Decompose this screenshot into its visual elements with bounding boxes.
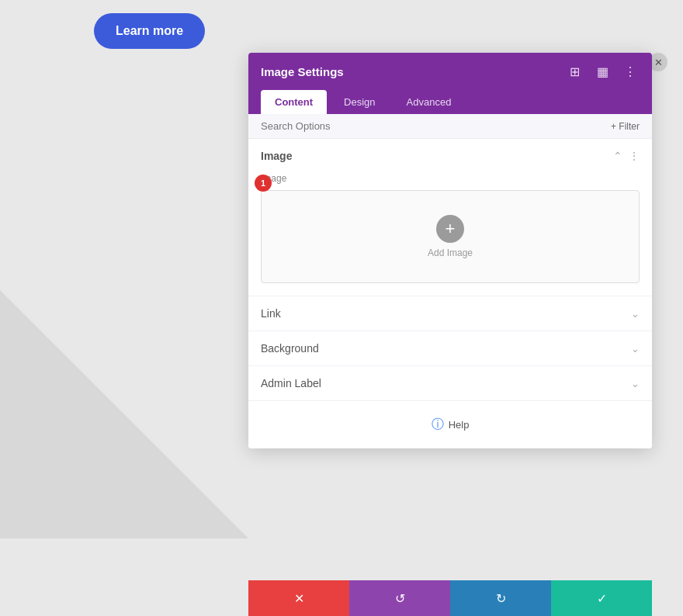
image-settings-panel: Image Settings ⊞ ▦ ⋮ Content Design Adva… [248, 53, 652, 448]
action-bar: ✕ ↺ ↻ ✓ [248, 580, 652, 616]
save-button[interactable]: ✓ [551, 580, 652, 616]
columns-icon[interactable]: ▦ [593, 62, 612, 81]
help-link[interactable]: Help [449, 419, 470, 431]
redo-button[interactable]: ↻ [450, 580, 551, 616]
panel-body: Image ⌃ ⋮ Image + Add Image Link ⌄ [248, 139, 652, 448]
redo-icon: ↻ [496, 591, 506, 606]
help-icon: ⓘ [432, 417, 444, 433]
tab-content[interactable]: Content [261, 90, 327, 114]
background-section[interactable]: Background ⌄ [248, 331, 652, 366]
step-badge: 1 [255, 175, 272, 192]
undo-button[interactable]: ↺ [349, 580, 450, 616]
learn-more-button[interactable]: Learn more [94, 13, 205, 49]
more-options-icon[interactable]: ⋮ [621, 62, 640, 81]
image-section-content: Image + Add Image [248, 173, 652, 296]
background-section-title: Background [261, 342, 319, 355]
image-section-controls: ⌃ ⋮ [613, 150, 640, 162]
admin-label-chevron-icon: ⌄ [631, 378, 640, 389]
cancel-button[interactable]: ✕ [248, 580, 349, 616]
plus-icon: + [446, 219, 456, 239]
close-icon: ✕ [654, 57, 663, 68]
image-upload-area[interactable]: + Add Image [261, 190, 640, 283]
undo-icon: ↺ [395, 591, 405, 606]
image-section-header[interactable]: Image ⌃ ⋮ [248, 139, 652, 173]
tab-design[interactable]: Design [330, 90, 389, 114]
image-section: Image ⌃ ⋮ Image + Add Image [248, 139, 652, 296]
save-icon: ✓ [597, 591, 607, 606]
panel-title: Image Settings [261, 65, 344, 78]
panel-header: Image Settings ⊞ ▦ ⋮ [248, 53, 652, 90]
link-section-title: Link [261, 307, 281, 320]
search-input[interactable] [261, 120, 611, 132]
link-section[interactable]: Link ⌄ [248, 296, 652, 331]
section-more-icon[interactable]: ⋮ [629, 150, 640, 162]
add-image-icon: + [436, 215, 464, 243]
image-section-title: Image [261, 150, 292, 162]
admin-label-section-title: Admin Label [261, 377, 321, 389]
search-bar: + Filter [248, 114, 652, 139]
tab-advanced[interactable]: Advanced [393, 90, 466, 114]
cancel-icon: ✕ [294, 591, 304, 606]
panel-tabs: Content Design Advanced [248, 90, 652, 114]
help-section: ⓘ Help [248, 401, 652, 448]
add-image-label: Add Image [428, 247, 473, 258]
panel-header-icons: ⊞ ▦ ⋮ [565, 62, 640, 81]
filter-button[interactable]: + Filter [611, 121, 640, 132]
link-chevron-icon: ⌄ [631, 308, 640, 320]
admin-label-section[interactable]: Admin Label ⌄ [248, 366, 652, 401]
background-chevron-icon: ⌄ [631, 343, 640, 355]
image-field-label: Image [261, 173, 640, 184]
collapse-icon[interactable]: ⌃ [613, 150, 622, 162]
grid-icon[interactable]: ⊞ [565, 62, 584, 81]
